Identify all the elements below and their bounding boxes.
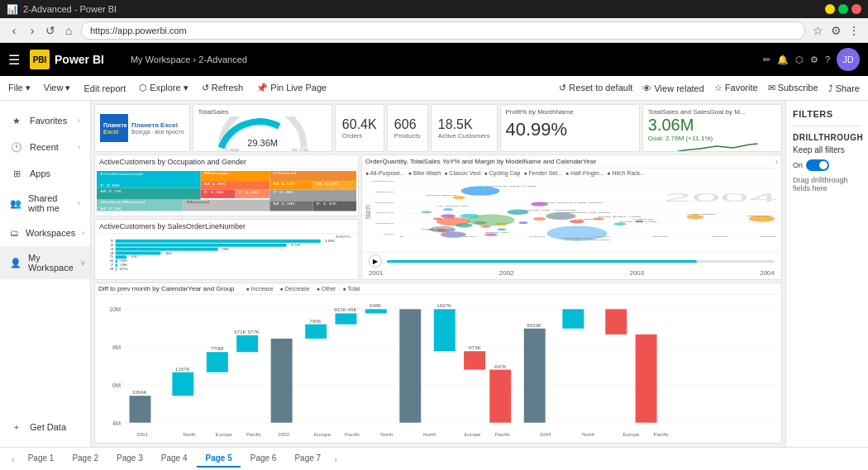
svg-text:0.00M: 0.00M [225, 148, 239, 152]
profit-card: Profit% by MonthName 40.99% [500, 104, 640, 152]
products-label: Products [394, 132, 421, 140]
sidebar-label-favorites: Favorites [30, 116, 67, 126]
get-data-btn[interactable]: + Get Data [0, 414, 90, 440]
svg-text:4K: 4K [165, 252, 173, 254]
tab-page5[interactable]: Page 5 [197, 450, 240, 468]
canvas-area: Планета Excel Планета Excel Всегда - все… [91, 101, 785, 447]
file-menu[interactable]: File ▾ [8, 83, 31, 93]
user-avatar[interactable]: JD [837, 48, 860, 71]
scatter-legend: ● All-Purpose... ● Bike Wash ● Classic V… [362, 169, 781, 178]
svg-text:795K: 795K [309, 318, 322, 324]
svg-text:9K: 9K [222, 248, 230, 250]
menu-btn[interactable]: ⋮ [847, 23, 861, 38]
extensions-btn[interactable]: ⚙ [828, 23, 843, 38]
sales-goal-value: 3.06M [648, 116, 776, 135]
svg-rect-41 [116, 243, 287, 246]
main-layout: ★ Favorites › 🕐 Recent › ⊞ Apps 👥 Shared… [0, 101, 868, 447]
reset-to-default-btn[interactable]: ↺ Reset to default [559, 83, 632, 93]
sidebar-item-apps[interactable]: ⊞ Apps [0, 160, 90, 187]
close-btn[interactable] [851, 4, 861, 14]
plus-icon: + [10, 420, 23, 434]
back-btn[interactable]: ‹ [7, 23, 21, 38]
explore-btn[interactable]: ⬡ Explore ▾ [139, 83, 188, 93]
svg-text:921K 45K: 921K 45K [334, 306, 357, 312]
svg-text:1167K: 1167K [175, 366, 191, 372]
pencil-btn[interactable]: ✏ [763, 55, 770, 65]
home-btn[interactable]: ⌂ [61, 23, 76, 38]
play-btn[interactable]: ▶ [369, 254, 382, 268]
svg-rect-0 [102, 116, 126, 140]
svg-point-87 [497, 223, 508, 226]
svg-text:Pacific: Pacific [246, 431, 261, 437]
title-bar: 📊 2-Advanced - Power BI [0, 0, 868, 18]
svg-text:0K: 0K [121, 263, 128, 266]
svg-text:2004: 2004 [540, 431, 551, 437]
notification-btn[interactable]: 🔔 [777, 55, 789, 65]
svg-text:M 1.3K: M 1.3K [274, 202, 297, 205]
settings-btn[interactable]: ⚙ [810, 55, 818, 65]
svg-text:Road Bottle Cage: Road Bottle Cage [599, 216, 641, 217]
view-menu[interactable]: View ▾ [44, 83, 71, 93]
tab-nav-left[interactable]: ‹ [8, 454, 18, 464]
sidebar-item-favorites[interactable]: ★ Favorites › [0, 107, 90, 134]
refresh-btn[interactable]: ↺ Refresh [202, 83, 244, 93]
svg-text:Sport-100: Sport-100 [746, 215, 770, 216]
svg-text:5: 5 [110, 255, 114, 259]
svg-text:Clerical: Clerical [274, 172, 297, 174]
tab-page2[interactable]: Page 2 [64, 450, 107, 468]
minimize-btn[interactable] [825, 4, 835, 14]
favorite-btn[interactable]: ☆ Favorite [714, 83, 758, 93]
tab-page7[interactable]: Page 7 [286, 450, 329, 468]
view-related-btn[interactable]: 👁 View related [642, 83, 703, 93]
svg-point-111 [613, 222, 627, 226]
sidebar-item-shared[interactable]: 👥 Shared with me › [0, 187, 90, 220]
svg-rect-59 [116, 267, 117, 270]
tab-page3[interactable]: Page 3 [108, 450, 151, 468]
svg-point-101 [452, 196, 465, 199]
scatter-more-btn[interactable]: › [775, 157, 778, 166]
workspace-breadcrumb[interactable]: My Workspace › 2-Advanced [131, 55, 247, 64]
treemap-title: ActiveCustomers by Occupation and Gender [95, 155, 358, 169]
sidebar-item-workspaces[interactable]: 🗂 Workspaces › [0, 220, 90, 246]
chevron-right-icon-2: › [78, 143, 80, 151]
myworkspace-icon: 👤 [10, 256, 21, 269]
svg-text:29.36M: 29.36M [247, 138, 278, 148]
toggle-knob [819, 161, 827, 169]
svg-text:F 1.5K: F 1.5K [204, 191, 226, 193]
tab-nav-right[interactable]: › [331, 454, 341, 464]
bookmark-header-btn[interactable]: ⬡ [795, 55, 804, 65]
filters-title: FILTERS [793, 109, 861, 119]
svg-text:F 1.1K: F 1.1K [317, 202, 338, 205]
help-btn[interactable]: ? [825, 55, 830, 64]
get-data-label: Get Data [30, 422, 66, 432]
sidebar-item-myworkspace[interactable]: 👤 My Workspace ∨ [0, 246, 90, 279]
reload-btn[interactable]: ↺ [43, 23, 58, 38]
svg-text:4M: 4M [112, 420, 121, 427]
sidebar-label-recent: Recent [30, 142, 59, 152]
tab-page4[interactable]: Page 4 [153, 450, 196, 468]
address-bar[interactable]: https://app.powerbi.com [81, 21, 805, 40]
bookmark-btn[interactable]: ☆ [810, 23, 825, 38]
edit-report-btn[interactable]: Edit report [83, 83, 126, 93]
subscribe-btn[interactable]: ✉ Subscribe [768, 83, 818, 93]
sidebar-label-apps: Apps [30, 169, 50, 178]
forward-btn[interactable]: › [25, 23, 40, 38]
tab-page6[interactable]: Page 6 [242, 450, 285, 468]
svg-text:Road-350-W: Road-350-W [427, 194, 457, 196]
svg-text:Road-250: Road-250 [422, 228, 446, 230]
pin-live-page-btn[interactable]: 📌 Pin Live Page [256, 83, 327, 93]
app-name: Power BI [55, 53, 104, 66]
timeline-bar[interactable] [387, 260, 775, 263]
svg-text:0%: 0% [384, 233, 394, 235]
browser-nav: ‹ › ↺ ⌂ [7, 23, 76, 38]
hamburger-menu[interactable]: ☰ [8, 52, 20, 68]
sidebar-item-recent[interactable]: 🕐 Recent › [0, 134, 90, 160]
keep-filters-toggle[interactable] [806, 159, 829, 171]
tab-page1[interactable]: Page 1 [20, 450, 63, 468]
star-icon: ★ [10, 114, 23, 127]
svg-text:Europe: Europe [314, 431, 331, 437]
maximize-btn[interactable] [838, 4, 848, 14]
svg-text:Excel: Excel [103, 129, 118, 135]
svg-text:948K: 948K [370, 302, 382, 308]
share-btn[interactable]: ⤴ Share [828, 83, 860, 93]
